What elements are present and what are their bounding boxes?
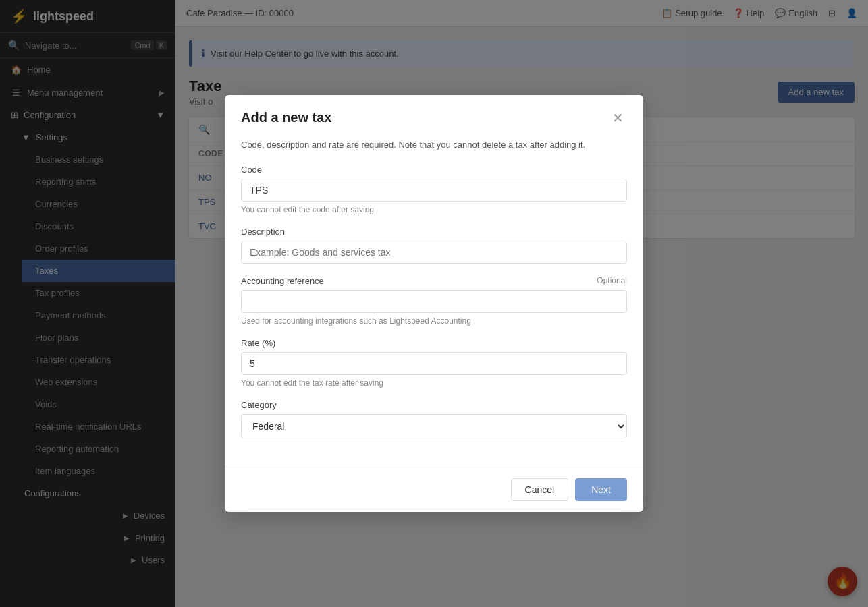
modal-overlay: Add a new tax ✕ Code, description and ra…: [0, 0, 868, 607]
category-select[interactable]: Federal Provincial Municipal Other: [241, 414, 627, 438]
rate-label: Rate (%): [241, 338, 627, 348]
category-label: Category: [241, 400, 627, 410]
accounting-hint: Used for accounting integrations such as…: [241, 316, 627, 326]
accounting-optional: Optional: [597, 276, 627, 286]
rate-field-group: Rate (%) You cannot edit the tax rate af…: [241, 338, 627, 388]
description-input[interactable]: [241, 241, 627, 264]
add-new-tax-modal: Add a new tax ✕ Code, description and ra…: [225, 95, 643, 513]
modal-footer: Cancel Next: [225, 467, 643, 512]
code-field-group: Code You cannot edit the code after savi…: [241, 165, 627, 214]
description-field-group: Description: [241, 227, 627, 264]
modal-body: Code, description and rate are required.…: [225, 138, 643, 465]
accounting-input[interactable]: [241, 290, 627, 313]
code-label: Code: [241, 165, 627, 175]
description-label: Description: [241, 227, 627, 237]
modal-close-button[interactable]: ✕: [608, 109, 627, 127]
modal-header: Add a new tax ✕: [225, 95, 643, 138]
cancel-button[interactable]: Cancel: [511, 478, 569, 501]
rate-input[interactable]: [241, 352, 627, 375]
accounting-field-group: Accounting reference Optional Used for a…: [241, 276, 627, 326]
next-button[interactable]: Next: [575, 478, 627, 501]
modal-title: Add a new tax: [241, 110, 331, 125]
modal-info-text: Code, description and rate are required.…: [241, 138, 627, 152]
code-input[interactable]: [241, 179, 627, 202]
rate-hint: You cannot edit the tax rate after savin…: [241, 378, 627, 388]
category-field-group: Category Federal Provincial Municipal Ot…: [241, 400, 627, 438]
code-hint: You cannot edit the code after saving: [241, 205, 627, 214]
accounting-label: Accounting reference Optional: [241, 276, 627, 286]
